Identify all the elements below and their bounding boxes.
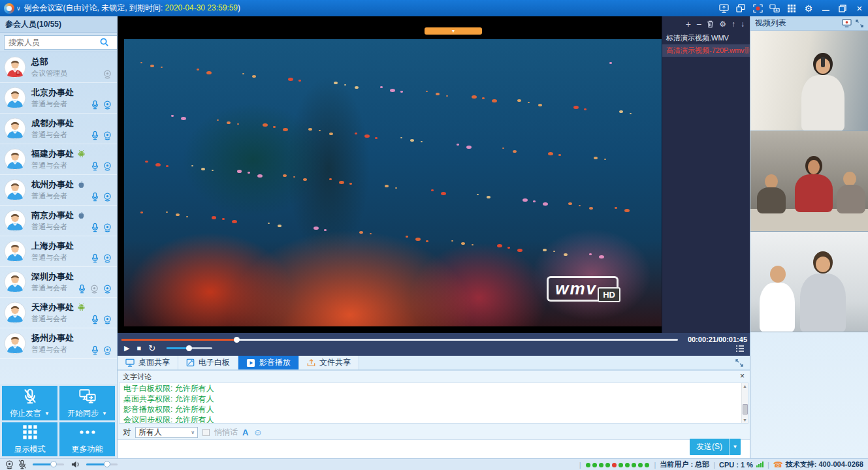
video-monitor-icon[interactable] bbox=[842, 19, 852, 27]
webcam-video-thumbnail[interactable] bbox=[750, 31, 868, 131]
play-icon[interactable]: ▶ bbox=[124, 343, 129, 353]
close-icon[interactable]: × bbox=[851, 0, 868, 16]
float-window-icon[interactable] bbox=[732, 0, 749, 16]
window-title: 例会会议室(自由讨论, 未锁定, 到期时间: 2020-04-30 23:59:… bbox=[24, 3, 240, 14]
emoji-icon[interactable]: ☺ bbox=[253, 428, 262, 437]
avatar bbox=[4, 302, 26, 324]
add-icon[interactable]: + bbox=[686, 19, 691, 29]
mic-icon[interactable] bbox=[91, 315, 99, 324]
seek-bar[interactable] bbox=[121, 339, 678, 341]
volume-handle[interactable] bbox=[186, 345, 192, 351]
network-sync-icon[interactable] bbox=[766, 0, 783, 16]
camera-icon[interactable] bbox=[103, 131, 112, 140]
webcam-video-thumbnail[interactable] bbox=[750, 131, 868, 232]
mic-icon[interactable] bbox=[91, 223, 99, 232]
participant-row[interactable]: 天津办事处 普通与会者 bbox=[0, 298, 117, 328]
camera-icon[interactable] bbox=[103, 192, 112, 202]
settings-icon[interactable]: ⚙ bbox=[719, 20, 726, 29]
fullscreen-icon[interactable] bbox=[729, 356, 750, 369]
settings-icon[interactable]: ⚙ bbox=[800, 0, 817, 16]
speaker-volume-knob[interactable] bbox=[104, 461, 110, 467]
camera-icon[interactable] bbox=[103, 223, 112, 232]
tab-desktop-share[interactable]: 桌面共享 bbox=[118, 356, 178, 369]
action-button-mic-off[interactable]: 停止发言▼ bbox=[2, 386, 57, 420]
chat-scrollbar[interactable]: ▲ ▼ bbox=[741, 383, 748, 423]
participant-row[interactable]: 北京办事处 普通与会者 bbox=[0, 83, 117, 114]
recipient-select[interactable]: 所有人∨ bbox=[135, 427, 198, 438]
camera-icon[interactable] bbox=[103, 315, 112, 324]
camera-icon[interactable] bbox=[103, 161, 112, 171]
stop-icon[interactable]: ■ bbox=[137, 343, 141, 353]
chevron-down-icon[interactable]: ∨ bbox=[16, 5, 21, 12]
speaker-volume-slider[interactable] bbox=[86, 463, 118, 465]
scroll-up-icon[interactable]: ▲ bbox=[742, 384, 748, 388]
tab-file-share[interactable]: 文件共享 bbox=[299, 356, 359, 369]
mic-icon[interactable] bbox=[91, 131, 99, 140]
record-icon[interactable] bbox=[749, 0, 766, 16]
playing-video[interactable]: wmv HD bbox=[124, 39, 662, 326]
action-button-layout-grid[interactable]: 显示模式 bbox=[2, 422, 57, 457]
scroll-down-icon[interactable]: ▼ bbox=[742, 418, 748, 422]
minimize-icon[interactable] bbox=[817, 0, 834, 16]
send-button[interactable]: 发送(S) ▼ bbox=[690, 439, 741, 455]
mic-icon[interactable] bbox=[91, 345, 99, 355]
mic-icon[interactable] bbox=[91, 192, 99, 202]
participant-row[interactable]: 深圳办事处 普通与会者 bbox=[0, 267, 117, 298]
fish-speck bbox=[349, 183, 353, 185]
participant-row[interactable]: 扬州办事处 普通与会者 bbox=[0, 328, 117, 359]
chevron-down-icon[interactable]: ▼ bbox=[102, 411, 107, 416]
expand-icon[interactable] bbox=[856, 20, 863, 27]
mic-icon[interactable] bbox=[91, 161, 99, 171]
playlist-item[interactable]: 标清演示视频.WMV bbox=[662, 32, 750, 44]
camera-icon[interactable] bbox=[103, 253, 112, 263]
replay-icon[interactable]: ↻ bbox=[148, 343, 155, 353]
mic-volume-slider[interactable] bbox=[33, 463, 64, 465]
mic-muted-icon[interactable] bbox=[18, 460, 27, 469]
chevron-down-icon[interactable]: ▼ bbox=[44, 411, 50, 416]
whisper-checkbox[interactable] bbox=[202, 429, 210, 436]
mic-volume-knob[interactable] bbox=[50, 461, 57, 467]
chat-message-input[interactable] bbox=[120, 441, 652, 454]
search-icon[interactable] bbox=[99, 37, 109, 47]
move-down-icon[interactable]: ↓ bbox=[741, 20, 745, 29]
camera-gray-icon[interactable] bbox=[103, 69, 112, 79]
fish-speck bbox=[604, 159, 606, 160]
participant-row[interactable]: 杭州办事处 普通与会者 bbox=[0, 175, 117, 206]
screen-share-icon[interactable] bbox=[715, 0, 732, 16]
participant-row[interactable]: 上海办事处 普通与会者 bbox=[0, 236, 117, 267]
action-button-sync-screens[interactable]: 开始同步▼ bbox=[59, 386, 115, 420]
delete-icon[interactable] bbox=[707, 20, 714, 28]
speaker-icon[interactable] bbox=[71, 460, 80, 469]
send-options-arrow[interactable]: ▼ bbox=[730, 444, 741, 450]
camera-icon[interactable] bbox=[103, 345, 112, 355]
move-up-icon[interactable]: ↑ bbox=[731, 20, 735, 29]
participant-row[interactable]: 南京办事处 普通与会者 bbox=[0, 206, 117, 236]
webcam-status-icon[interactable] bbox=[5, 460, 14, 469]
close-icon[interactable]: × bbox=[740, 372, 745, 380]
mic-icon[interactable] bbox=[78, 284, 86, 294]
seek-handle[interactable] bbox=[234, 337, 240, 343]
participant-row[interactable]: 福建办事处 普通与会者 bbox=[0, 144, 117, 175]
volume-slider[interactable] bbox=[167, 347, 212, 349]
webcam-video-thumbnail[interactable] bbox=[750, 232, 868, 332]
camera-gray-icon[interactable] bbox=[89, 284, 99, 294]
action-button-more-dots[interactable]: 更多功能 bbox=[59, 422, 115, 457]
collapse-chat-handle[interactable]: ▾ bbox=[425, 27, 482, 35]
playlist-item[interactable]: 高清演示视频-720P.wmv删除 bbox=[662, 44, 750, 57]
mic-icon[interactable] bbox=[91, 100, 99, 110]
remove-icon[interactable]: − bbox=[696, 19, 701, 29]
camera-icon[interactable] bbox=[103, 100, 112, 110]
tab-whiteboard[interactable]: 电子白板 bbox=[178, 356, 238, 369]
fish-speck bbox=[564, 253, 568, 256]
tab-media-play[interactable]: 影音播放 bbox=[238, 356, 299, 369]
playlist-icon[interactable] bbox=[735, 345, 745, 352]
restore-icon[interactable] bbox=[834, 0, 851, 16]
delete-item-link[interactable]: 删除 bbox=[745, 44, 750, 57]
font-icon[interactable]: A bbox=[242, 428, 248, 437]
mic-icon[interactable] bbox=[91, 253, 99, 263]
scroll-thumb[interactable] bbox=[743, 404, 748, 415]
display-mode-icon[interactable] bbox=[783, 0, 800, 16]
participant-row[interactable]: 总部 会议管理员 bbox=[0, 52, 117, 83]
participant-row[interactable]: 成都办事处 普通与会者 bbox=[0, 114, 117, 144]
camera-icon[interactable] bbox=[103, 284, 112, 294]
